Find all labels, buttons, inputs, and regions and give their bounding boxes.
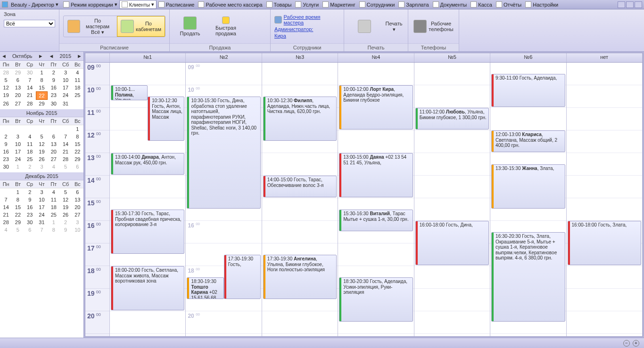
appointment[interactable]: 9:30-11:00 Гость, Аделаида, <box>491 74 565 107</box>
calendar-day[interactable]: 13 <box>72 196 83 203</box>
calendar-day[interactable]: 10 <box>59 76 71 84</box>
year-label[interactable]: 2015 <box>60 53 71 59</box>
menu-Отчёты[interactable]: Отчёты <box>494 0 523 9</box>
appointment[interactable]: 13:00-14:00 Динара, Антон, Массаж рук, 4… <box>111 153 184 175</box>
calendar-day[interactable]: 9 <box>48 76 59 84</box>
calendar-day[interactable]: 6 <box>48 133 59 140</box>
quick-sale-button[interactable]: Быстраяпродажа <box>209 15 242 38</box>
calendar-day[interactable]: 11 <box>24 140 36 148</box>
calendar-day[interactable]: 14 <box>59 140 71 148</box>
calendar-day[interactable]: 17 <box>36 203 48 211</box>
calendar-day[interactable]: 4 <box>24 133 36 140</box>
calendar-day[interactable]: 8 <box>36 76 48 84</box>
appointment[interactable]: 13:00-15:00 Даяна +02 13 54 51 21 45, Ул… <box>339 153 413 197</box>
calendar-day[interactable]: 14 <box>24 84 36 91</box>
menu-Режим коррекции[interactable]: Режим коррекции ▾ <box>61 0 119 9</box>
calendar-day[interactable]: 24 <box>12 155 24 163</box>
calendar-day[interactable]: 4 <box>72 69 83 76</box>
menu-Сотрудники[interactable]: Сотрудники <box>357 0 397 9</box>
appointment[interactable]: 12:00-13:00 Клариса, Светлана, Массаж об… <box>491 130 565 152</box>
calendar-day[interactable]: 4 <box>0 226 12 234</box>
calendar-day[interactable]: 7 <box>0 196 12 203</box>
calendar-day[interactable]: 6 <box>72 163 83 170</box>
calendar-day[interactable]: 21 <box>59 148 71 155</box>
menu-Документы[interactable]: Документы <box>431 0 469 9</box>
calendar-day[interactable]: 6 <box>24 226 36 234</box>
calendar-day[interactable]: 1 <box>36 69 48 76</box>
calendar-day[interactable]: 20 <box>48 148 59 155</box>
calendar-day[interactable]: 18 <box>72 84 83 91</box>
calendar-day[interactable]: 19 <box>0 91 12 100</box>
calendar-day[interactable]: 31 <box>59 100 71 107</box>
appointment[interactable]: 18:30-20:30 Гость, Аделаида, Усики-эпиля… <box>339 277 413 322</box>
calendar-day[interactable]: 29 <box>36 100 48 107</box>
calendar-day[interactable]: 20 <box>72 203 83 211</box>
calendar-day[interactable]: 5 <box>36 133 48 140</box>
calendar-day[interactable]: 12 <box>36 140 48 148</box>
admin-link[interactable]: Администратор: <box>274 26 313 32</box>
appointment[interactable]: 10:30-15:30 Гость, Дина, обработка стоп … <box>187 97 260 209</box>
appointment[interactable]: 10:00-12:00 Лорт Кира, Аделаида Бедро-эп… <box>339 85 413 129</box>
calendar-day[interactable]: 19 <box>36 148 48 155</box>
calendar-day[interactable]: 8 <box>72 133 83 140</box>
calendar-day[interactable]: 18 <box>24 148 36 155</box>
calendar-day[interactable]: 7 <box>24 76 36 84</box>
close-button[interactable] <box>635 1 642 8</box>
calendar-day[interactable]: 28 <box>0 219 12 226</box>
room-header-cell[interactable]: №2 <box>186 53 262 62</box>
lane[interactable]: 10:00-1... Полина, Ульяна,10:30-12:30 Го… <box>110 63 186 336</box>
calendar-day[interactable]: 25 <box>48 211 59 219</box>
calendar-day[interactable]: 2 <box>24 163 36 170</box>
next-month-button[interactable]: ► <box>38 53 43 59</box>
calendar-day[interactable]: 17 <box>59 84 71 91</box>
calendar-day[interactable]: 25 <box>72 91 83 100</box>
menu-Настройки[interactable]: Настройки <box>523 0 560 9</box>
calendar-day[interactable]: 7 <box>36 226 48 234</box>
room-header-cell[interactable]: №5 <box>414 53 490 62</box>
admin-name-link[interactable]: Кира <box>274 33 286 39</box>
calendar-day[interactable]: 21 <box>0 211 12 219</box>
calendar-day[interactable]: 3 <box>12 133 24 140</box>
lane[interactable]: 10:30-12:30 Филипп, Аделаида, Нижн.часть… <box>262 63 338 336</box>
calendar-day[interactable]: 27 <box>72 211 83 219</box>
calendar-day[interactable]: 5 <box>12 226 24 234</box>
calendar-day[interactable]: 1 <box>48 219 59 226</box>
calendar-day[interactable]: 5 <box>0 76 12 84</box>
calendar-day[interactable]: 11 <box>48 196 59 203</box>
lane[interactable]: 9:30-11:00 Гость, Аделаида,12:00-13:00 К… <box>490 63 566 336</box>
calendar-day[interactable]: 16 <box>0 148 12 155</box>
calendar-day[interactable]: 5 <box>59 163 71 170</box>
calendar-day[interactable]: 22 <box>72 148 83 155</box>
print-button[interactable] <box>348 18 381 35</box>
calendar-day[interactable]: 9 <box>59 226 71 234</box>
calendar-day[interactable]: 2 <box>48 69 59 76</box>
calendar-day[interactable]: 15 <box>36 84 48 91</box>
calendar-day[interactable]: 30 <box>48 100 59 107</box>
calendar-day[interactable]: 2 <box>24 188 36 196</box>
calendar-day[interactable]: 6 <box>12 76 24 84</box>
app-title[interactable]: Beauty - Директор ▾ <box>9 0 60 8</box>
calendar-day[interactable]: 16 <box>24 203 36 211</box>
calendar-day[interactable]: 28 <box>24 100 36 107</box>
menu-Клиенты[interactable]: Клиенты ▾ <box>119 0 157 9</box>
calendar-day[interactable]: 26 <box>36 155 48 163</box>
calendar-day[interactable]: 12 <box>59 196 71 203</box>
calendar-day[interactable]: 8 <box>12 196 24 203</box>
menu-Расписание[interactable]: Расписание <box>157 0 197 9</box>
calendar-day[interactable]: 29 <box>12 219 24 226</box>
calendar-day[interactable]: 5 <box>59 188 71 196</box>
next-year-button[interactable]: ► <box>77 53 82 59</box>
menu-Услуги[interactable]: Услуги <box>293 0 321 9</box>
room-header-cell[interactable]: №6 <box>490 53 566 62</box>
restore-button[interactable] <box>626 1 634 8</box>
calendar-day[interactable]: 10 <box>12 140 24 148</box>
prev-year-button[interactable]: ◄ <box>49 53 54 59</box>
calendar-day[interactable]: 3 <box>36 188 48 196</box>
appointment[interactable]: 17:30-19:30 Ангелина, Ульяна, Бикини глу… <box>263 255 337 299</box>
calendar-day[interactable]: 16 <box>48 84 59 91</box>
calendar-day[interactable]: 4 <box>48 163 59 170</box>
appointment[interactable]: 16:30-20:30 Гость, Злата, Окрашивание 5-… <box>491 232 565 322</box>
appointment[interactable]: 13:30-15:30 Жанна, Злата, <box>491 164 565 209</box>
calendar-day[interactable]: 2 <box>0 133 12 140</box>
lane[interactable]: 09 0010 0016 0018 0020 0010:30-15:30 Гос… <box>186 63 262 336</box>
